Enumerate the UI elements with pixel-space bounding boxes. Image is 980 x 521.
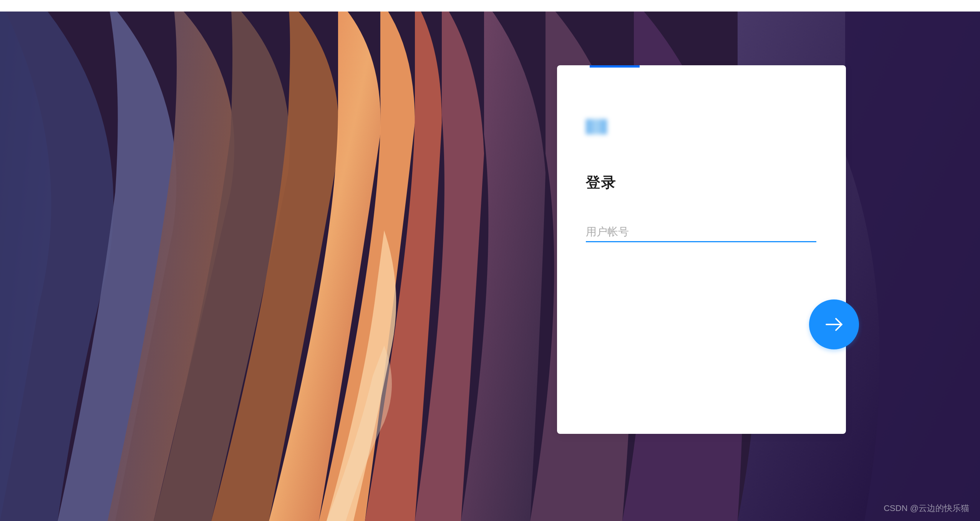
login-heading: 登录 <box>586 173 617 192</box>
username-input[interactable] <box>586 223 816 242</box>
watermark-text: CSDN @云边的快乐猫 <box>884 503 969 514</box>
username-field-container <box>586 223 816 242</box>
login-card: 登录 <box>557 65 846 434</box>
arrow-right-icon <box>822 313 846 336</box>
top-bar <box>0 0 980 12</box>
card-accent-bar <box>590 65 640 68</box>
submit-button[interactable] <box>809 299 859 349</box>
logo-blurred <box>586 119 607 134</box>
